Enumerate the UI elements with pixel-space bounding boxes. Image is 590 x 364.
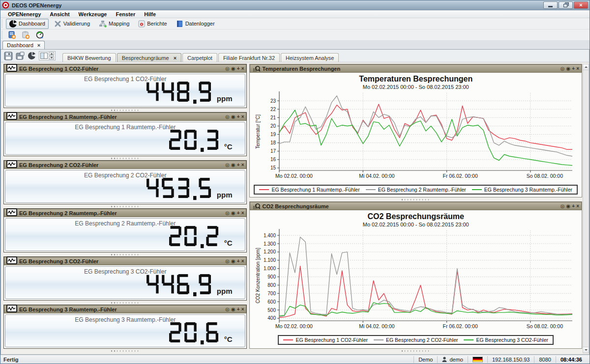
menu-ansicht[interactable]: Ansicht xyxy=(45,11,74,17)
tab-heizsystem-analyse[interactable]: Heizsystem Analyse xyxy=(281,53,339,62)
panel-close-icon[interactable]: × xyxy=(241,114,244,119)
resize-handle[interactable] xyxy=(3,301,247,305)
panel-body: EG Besprechung 3 CO2-Fühlerppm xyxy=(5,266,245,299)
panel-refresh-icon[interactable]: ◉ xyxy=(231,163,236,168)
measurement-panel: EG Besprechung 3 CO2-Fühler◎◉+×EG Bespre… xyxy=(3,256,247,301)
datenlogger-button[interactable]: Datenlogger xyxy=(173,19,218,29)
resize-handle[interactable] xyxy=(249,349,582,353)
spinner-up-button[interactable] xyxy=(49,52,54,56)
panel-options-icon[interactable]: ◎ xyxy=(560,66,565,71)
panel-close-icon[interactable]: × xyxy=(576,66,579,71)
vertical-scrollbar[interactable] xyxy=(583,64,589,353)
panel-maximize-icon[interactable]: + xyxy=(237,66,240,71)
panel-refresh-icon[interactable]: ◉ xyxy=(566,204,571,209)
resize-handle[interactable] xyxy=(3,349,247,353)
tab-close-icon[interactable]: × xyxy=(174,55,177,61)
panel-options-icon[interactable]: ◎ xyxy=(225,163,230,168)
panel-options-icon[interactable]: ◎ xyxy=(225,114,230,119)
resize-handle[interactable] xyxy=(249,197,582,201)
panel-refresh-icon[interactable]: ◉ xyxy=(566,66,571,71)
toolbar-grip[interactable] xyxy=(1,20,4,28)
panel-maximize-icon[interactable]: + xyxy=(237,307,240,312)
scroll-up-button[interactable] xyxy=(583,64,589,70)
panel-refresh-icon[interactable]: ◉ xyxy=(231,211,236,216)
chart-panel-column: Temperaturen Besprechungen ◎ ◉ + × Tempe… xyxy=(249,64,582,354)
panel-refresh-icon[interactable]: ◉ xyxy=(231,66,236,71)
panel-close-icon[interactable]: × xyxy=(241,66,244,71)
resize-handle[interactable] xyxy=(3,204,247,208)
panel-refresh-icon[interactable]: ◉ xyxy=(231,259,236,264)
svg-text:500: 500 xyxy=(267,308,276,313)
chart-subtitle: Mo 02.02.2015 00:00 - So 08.02.2015 23:0… xyxy=(250,222,582,227)
panel-maximize-icon[interactable]: + xyxy=(237,114,240,119)
tab-bhkw-bewertung[interactable]: BHKW Bewertung xyxy=(62,53,116,62)
save-as-icon[interactable] xyxy=(16,52,25,60)
save-icon[interactable] xyxy=(4,52,13,60)
measurement-panel: EG Besprechung 2 CO2-Fühler◎◉+×EG Bespre… xyxy=(3,160,247,204)
panel-header[interactable]: EG Besprechung 3 CO2-Fühler◎◉+× xyxy=(4,257,246,265)
panel-header[interactable]: EG Besprechung 1 CO2-Fühler◎◉+× xyxy=(4,64,246,73)
menu-openenergy[interactable]: OPENenergy xyxy=(3,11,45,17)
panel-refresh-icon[interactable]: ◉ xyxy=(231,307,236,312)
tab-close-icon[interactable]: × xyxy=(37,42,40,48)
chart-legend: EG Besprechung 1 CO2-FühlerEG Besprechun… xyxy=(254,335,578,345)
layout-selector[interactable] xyxy=(39,51,56,60)
tab-filiale-frankfurt[interactable]: Filiale Frankfurt Nr.32 xyxy=(218,53,280,62)
panel-maximize-icon[interactable]: + xyxy=(237,259,240,264)
chart-legend: EG Besprechung 1 Raumtemp.-FühlerEG Besp… xyxy=(254,185,578,195)
panel-header[interactable]: EG Besprechung 2 Raumtemp.-Fühler◎◉+× xyxy=(4,209,246,217)
panel-maximize-icon[interactable]: + xyxy=(237,211,240,216)
panel-close-icon[interactable]: × xyxy=(576,204,579,209)
berichte-button[interactable]: Berichte xyxy=(135,19,170,29)
panel-options-icon[interactable]: ◎ xyxy=(225,259,230,264)
panel-options-icon[interactable]: ◎ xyxy=(225,307,230,312)
panel-close-icon[interactable]: × xyxy=(241,259,244,264)
panel-maximize-icon[interactable]: + xyxy=(237,163,240,168)
panel-title: CO2 Besprechungsräume xyxy=(262,203,560,209)
resize-handle[interactable] xyxy=(3,156,247,160)
dashboard-toolbar: BHKW Bewertung Besprechungräume × Carpet… xyxy=(1,50,589,62)
panel-header[interactable]: EG Besprechung 3 Raumtemp.-Fühler◎◉+× xyxy=(4,305,246,313)
gauge-button[interactable] xyxy=(33,30,46,40)
menu-fenster[interactable]: Fenster xyxy=(111,11,140,17)
dashboard-button[interactable]: Dashboard xyxy=(6,19,49,29)
resize-handle[interactable] xyxy=(3,252,247,256)
panel-close-icon[interactable]: × xyxy=(241,211,244,216)
restore-button[interactable] xyxy=(559,1,573,9)
panel-close-icon[interactable]: × xyxy=(241,307,244,312)
scrollbar-thumb[interactable] xyxy=(583,70,589,347)
panel-header[interactable]: EG Besprechung 1 Raumtemp.-Fühler◎◉+× xyxy=(4,112,246,121)
document-tabbar: Dashboard × xyxy=(0,41,590,50)
tab-carpetplot[interactable]: Carpetplot xyxy=(182,53,217,62)
panel-options-icon[interactable]: ◎ xyxy=(560,204,565,209)
panel-maximize-icon[interactable]: + xyxy=(572,66,575,71)
mapping-button[interactable]: Mapping xyxy=(95,19,133,29)
panel-maximize-icon[interactable]: + xyxy=(572,204,575,209)
panel-options-icon[interactable]: ◎ xyxy=(225,211,230,216)
minimize-button[interactable] xyxy=(543,1,558,9)
tab-besprechungraeume[interactable]: Besprechungräume × xyxy=(117,53,181,62)
panel-options-icon[interactable]: ◎ xyxy=(225,66,230,71)
menu-hilfe[interactable]: Hilfe xyxy=(140,11,160,17)
tab-dashboard[interactable]: Dashboard × xyxy=(2,41,45,49)
status-language xyxy=(468,356,487,363)
panel-header[interactable]: Temperaturen Besprechungen ◎ ◉ + × xyxy=(250,64,582,73)
scroll-down-button[interactable] xyxy=(583,347,589,353)
panel-header[interactable]: CO2 Besprechungsräume ◎ ◉ + × xyxy=(250,202,582,210)
panel-close-icon[interactable]: × xyxy=(241,163,244,168)
close-button[interactable]: × xyxy=(574,1,588,9)
secondary-toolbar xyxy=(0,29,590,41)
add-dashboard-button[interactable] xyxy=(6,30,18,40)
panel-refresh-icon[interactable]: ◉ xyxy=(231,114,236,119)
resize-handle[interactable] xyxy=(3,108,247,112)
pie-icon[interactable] xyxy=(28,52,36,60)
legend-item: EG Besprechung 3 CO2-Fühler xyxy=(464,337,548,343)
validierung-button[interactable]: Validierung xyxy=(51,19,93,29)
spinner-down-button[interactable] xyxy=(49,56,54,59)
menu-werkzeuge[interactable]: Werkzeuge xyxy=(74,11,112,17)
waveform-icon xyxy=(6,208,17,216)
panel-header[interactable]: EG Besprechung 2 CO2-Fühler◎◉+× xyxy=(4,161,246,169)
toolbar-grip[interactable] xyxy=(1,31,4,39)
clipboard-add-button[interactable] xyxy=(20,30,32,40)
legend-swatch xyxy=(259,189,269,190)
